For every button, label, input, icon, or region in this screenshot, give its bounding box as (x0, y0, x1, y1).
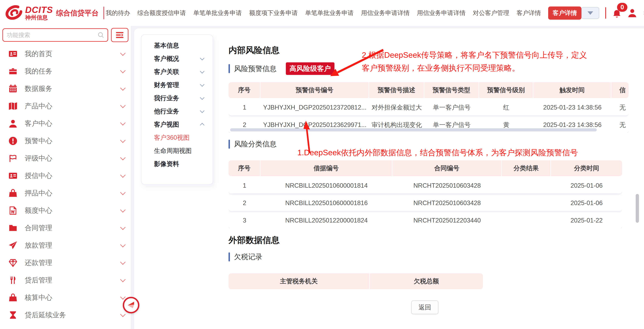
top-header: DCITS 神州信息 综合信贷平台 我的待办综合额度授信申请单笔单批业务申请额度… (0, 0, 644, 26)
vertical-scrollbar-thumb[interactable] (636, 194, 639, 223)
notifications-button[interactable]: 0 (612, 7, 622, 19)
table-header-cell: 预警信号级别 (479, 82, 534, 98)
top-nav-item[interactable]: 用信业务申请详情 (361, 9, 410, 17)
gear-icon (643, 8, 644, 18)
sidebar-item[interactable]: 预警中心 (0, 132, 131, 150)
sidebar-menu: 我的首页我的任务数据服务产品中心客户中心预警中心评级中心授信中心押品中心额度中心… (0, 45, 131, 324)
table-header-row: 序号借据编号合同编号分类结果分类时间 (228, 160, 622, 176)
table-header-cell: 信 (612, 82, 628, 98)
table-cell: 3 (228, 213, 260, 228)
table-cell: 1 (228, 178, 260, 194)
chevron-down-icon (200, 69, 204, 73)
sidebar-item[interactable]: 产品中心 (0, 97, 131, 115)
submenu-item[interactable]: 我行业务 (142, 91, 213, 105)
top-nav-item[interactable]: 客户详情 (548, 6, 582, 20)
submenu-item[interactable]: 生命周期视图 (142, 144, 213, 157)
submenu-item[interactable]: 财务管理 (142, 78, 213, 91)
chevron-down-icon (200, 95, 204, 100)
top-nav-item[interactable]: 客户详情 (516, 9, 541, 17)
sidebar-item[interactable]: 数据服务 (0, 80, 131, 97)
table-cell (502, 178, 551, 194)
sidebar-item[interactable]: 合同管理 (0, 219, 131, 237)
chevron-down-icon (120, 85, 126, 91)
dropdown-button[interactable] (582, 7, 599, 19)
cal-icon (8, 84, 18, 93)
chevron-down-icon (120, 50, 126, 56)
sidebar-item-label: 还款管理 (25, 258, 52, 268)
horizontal-scrollbar[interactable] (230, 128, 597, 131)
sidebar-item[interactable]: 我的首页 (0, 45, 131, 62)
risk-class-section-title: 风险分类信息 (234, 139, 276, 149)
top-nav-item[interactable]: 单笔单批业务申请 (193, 9, 242, 17)
sidebar-item[interactable]: 客户中心 (0, 115, 131, 132)
chevron-down-icon (120, 155, 126, 160)
sidebar-item-label: 贷后延续业务 (25, 310, 66, 320)
search-icon (98, 31, 104, 38)
sidebar-item-label: 合同管理 (25, 223, 52, 233)
content-area: 内部风险信息 风险预警信息 高风险级客户 2.根据DeepSeek传导策略，将客… (223, 28, 644, 329)
submenu-item[interactable]: 基本信息 (142, 39, 213, 52)
hamburger-icon (115, 30, 124, 39)
docw-icon (8, 206, 18, 215)
chevron-down-icon (120, 190, 126, 195)
sidebar-item-label: 我的任务 (25, 67, 52, 76)
brand-divider (104, 7, 104, 19)
chevron-down-icon (120, 294, 126, 300)
top-nav-item[interactable]: 我的待办 (106, 9, 130, 17)
submenu-item[interactable]: 客户关联 (142, 65, 213, 78)
submenu-item[interactable]: 影像资料 (142, 157, 213, 170)
sidebar-item[interactable]: 还款管理 (0, 254, 131, 272)
submenu-item-label: 他行业务 (154, 107, 179, 116)
customer-view-submenu-card: 基本信息客户概况客户关联财务管理我行业务他行业务客户视图客户360视图生命周期视… (141, 34, 213, 185)
risk-classification-table: 序号借据编号合同编号分类结果分类时间1NRCBILL20250106000018… (228, 160, 622, 228)
sidebar-item[interactable]: 贷后延续业务 (0, 306, 131, 324)
chevron-down-icon (120, 242, 126, 247)
table-row: 1NRCBILL2025010600001814NRCHT20250106034… (228, 178, 622, 194)
back-button[interactable]: 返回 (411, 301, 438, 314)
sidebar-item[interactable]: 核算中心 (0, 289, 131, 306)
dcits-swoosh-icon (4, 3, 24, 23)
collapse-arrow-icon (127, 301, 135, 309)
sidebar-item[interactable]: 授信中心 (0, 167, 131, 184)
top-nav-item[interactable]: 额度项下业务申请 (249, 9, 298, 17)
idcard-icon (8, 171, 18, 180)
table-cell: 单一客户信号 (424, 100, 479, 115)
top-nav: 我的待办综合额度授信申请单笔单批业务申请额度项下业务申请单笔单批业务申请用信业务… (106, 6, 582, 20)
settings-button[interactable] (643, 8, 644, 18)
submenu-item[interactable]: 客户360视图 (142, 131, 213, 144)
sidebar-collapse-button[interactable] (123, 297, 139, 314)
sidebar-item[interactable]: 贷后管理 (0, 272, 131, 289)
search-input[interactable] (6, 31, 98, 39)
submenu-item[interactable]: 客户视图 (142, 118, 213, 131)
table-cell: NRCBILL2025010600001816 (260, 195, 392, 211)
chevron-down-icon (120, 103, 126, 108)
sidebar-item-label: 贷后管理 (25, 276, 52, 285)
table-header-cell: 预警信号编号 (260, 82, 369, 98)
annotation-note-2: 2.根据DeepSeek传导策略，将客户名下预警信号向上传导，定义 客户预警级别… (362, 49, 644, 74)
brief-icon (8, 67, 18, 76)
top-nav-item[interactable]: 用信业务申请详情 (417, 9, 466, 17)
top-nav-item[interactable]: 单笔单批业务申请 (305, 9, 354, 17)
plane-icon (8, 241, 18, 250)
sidebar-item[interactable]: 额度中心 (0, 202, 131, 219)
fork-icon (8, 276, 18, 285)
sidebar-item[interactable]: 押品中心 (0, 184, 131, 202)
section-bar (228, 140, 230, 149)
submenu-item-label: 客户视图 (154, 120, 179, 129)
top-nav-item[interactable]: 对公客户管理 (473, 9, 509, 17)
table-header-cell: 主管税务机关 (228, 273, 370, 289)
menu-toggle-button[interactable] (111, 28, 128, 42)
table-cell: 无 (612, 117, 628, 133)
sidebar-item[interactable]: 放款管理 (0, 237, 131, 254)
customer-submenu: 基本信息客户概况客户关联财务管理我行业务他行业务客户视图客户360视图生命周期视… (142, 35, 213, 170)
top-nav-item[interactable]: 综合额度授信申请 (137, 9, 186, 17)
sidebar-item-label: 预警中心 (25, 136, 52, 146)
notifications-badge: 0 (617, 3, 628, 12)
user-button[interactable] (628, 8, 637, 18)
sidebar-item-label: 产品中心 (25, 101, 52, 111)
submenu-item[interactable]: 客户概况 (142, 52, 213, 65)
sidebar-item[interactable]: 评级中心 (0, 150, 131, 167)
chevron-down-icon (588, 11, 593, 15)
sidebar-item[interactable]: 我的任务 (0, 62, 131, 80)
submenu-item[interactable]: 他行业务 (142, 105, 213, 118)
